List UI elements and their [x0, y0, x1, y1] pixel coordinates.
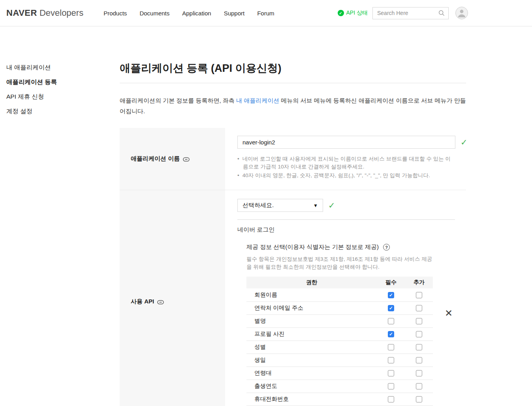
search-input[interactable] — [377, 10, 438, 16]
valid-check-icon: ✓ — [461, 138, 468, 146]
required-checkbox[interactable] — [388, 318, 394, 324]
col-permission: 권한 — [246, 277, 377, 288]
required-checkbox[interactable] — [388, 305, 394, 311]
permission-name: 프로필 사진 — [246, 327, 377, 341]
api-select-value: 선택하세요. — [243, 202, 274, 209]
main-content: 애플리케이션 등록 (API 이용신청) 애플리케이션의 기본 정보를 등록하면… — [120, 26, 466, 406]
help-icon[interactable]: ? — [383, 244, 390, 251]
required-checkbox[interactable] — [388, 344, 394, 350]
permission-row: 회원이름 — [246, 288, 433, 301]
permissions-header-row: 권한 필수 추가 — [246, 277, 433, 288]
app-name-content: ✓ 네이버 로그인할 때 사용자에게 표시되는 이름이므로 서비스 브랜드를 대… — [225, 128, 468, 190]
permission-row: 프로필 사진 — [246, 327, 433, 341]
additional-checkbox[interactable] — [416, 292, 422, 298]
selected-api-name: 네이버 로그인 — [237, 226, 466, 234]
link-icon — [157, 300, 164, 305]
permission-name: 연령대 — [246, 367, 377, 380]
api-status-link[interactable]: ✓ API 상태 — [338, 9, 368, 17]
permission-name: 휴대전화번호 — [246, 393, 377, 406]
additional-checkbox[interactable] — [416, 305, 422, 311]
required-checkbox[interactable] — [388, 331, 394, 337]
additional-checkbox[interactable] — [416, 344, 422, 350]
required-checkbox[interactable] — [388, 357, 394, 363]
permission-row: 별명 — [246, 314, 433, 327]
intro-before: 애플리케이션의 기본 정보를 등록하면, 좌측 — [120, 97, 236, 104]
app-name-row: 애플리케이션 이름 ✓ — [120, 128, 466, 190]
page-title: 애플리케이션 등록 (API 이용신청) — [120, 61, 466, 83]
provide-info-section: 제공 정보 선택(이용자 식별자는 기본 정보로 제공) ? 필수 항목은 개인… — [246, 243, 466, 406]
status-check-icon: ✓ — [338, 10, 344, 16]
registration-form: 애플리케이션 이름 ✓ — [120, 128, 466, 406]
sidebar-item[interactable]: 계정 설정 — [6, 107, 120, 115]
provide-info-title: 제공 정보 선택(이용자 식별자는 기본 정보로 제공) — [246, 243, 379, 251]
logo-suffix: Developers — [39, 8, 83, 18]
nav-item[interactable]: Support — [224, 10, 245, 17]
nav-item[interactable]: Documents — [139, 10, 169, 17]
required-checkbox[interactable] — [388, 292, 394, 298]
sidebar-item[interactable]: API 제휴 신청 — [6, 92, 120, 101]
search-icon[interactable] — [438, 10, 445, 16]
permission-name: 성별 — [246, 341, 377, 354]
required-checkbox[interactable] — [388, 370, 394, 376]
col-additional: 추가 — [405, 277, 433, 288]
avatar[interactable] — [455, 7, 468, 19]
hint-text: 네이버 로그인할 때 사용자에게 표시되는 이름이므로 서비스 브랜드를 대표할… — [237, 155, 455, 171]
provide-info-desc: 필수 항목은 개인정보보호법 제3조 제1항, 제16조 제1항 등에 따라 서… — [246, 255, 433, 271]
sidebar-item[interactable]: 내 애플리케이션 — [6, 63, 120, 71]
sidebar: 내 애플리케이션 애플리케이션 등록 API 제휴 신청 계정 설정 — [6, 26, 120, 406]
required-checkbox[interactable] — [388, 396, 394, 402]
additional-checkbox[interactable] — [416, 318, 422, 324]
permission-row: 생일 — [246, 354, 433, 367]
naver-developers-logo[interactable]: NAVER Developers — [6, 8, 83, 18]
additional-checkbox[interactable] — [416, 383, 422, 389]
sidebar-item[interactable]: 애플리케이션 등록 — [6, 78, 120, 86]
remove-api-button[interactable]: ✕ — [445, 309, 453, 318]
permission-row: 출생연도 — [246, 380, 433, 393]
api-status-label: API 상태 — [346, 9, 368, 17]
logo-brand: NAVER — [6, 8, 37, 18]
required-checkbox[interactable] — [388, 383, 394, 389]
additional-checkbox[interactable] — [416, 396, 422, 402]
top-header: NAVER Developers Products Documents Appl… — [0, 0, 532, 26]
col-required: 필수 — [377, 277, 405, 288]
nav-item[interactable]: Application — [182, 10, 211, 17]
chevron-down-icon: ▼ — [313, 203, 318, 208]
my-apps-link[interactable]: 내 애플리케이션 — [236, 97, 279, 104]
permission-name: 생일 — [246, 354, 377, 367]
permission-row: 성별 — [246, 341, 433, 354]
permission-name: 출생연도 — [246, 380, 377, 393]
page-body: 내 애플리케이션 애플리케이션 등록 API 제휴 신청 계정 설정 애플리케이… — [0, 26, 532, 406]
valid-check-icon: ✓ — [328, 201, 335, 210]
hint-text: 40자 이내의 영문, 한글, 숫자, 공백문자, 쉼표(,), "/", "-… — [237, 172, 455, 180]
permission-row: 연락처 이메일 주소 — [246, 301, 433, 314]
app-name-label-cell: 애플리케이션 이름 — [120, 128, 225, 190]
api-select[interactable]: 선택하세요. ▼ — [237, 199, 323, 212]
app-name-input[interactable] — [237, 136, 455, 149]
intro-text: 애플리케이션의 기본 정보를 등록하면, 좌측 내 애플리케이션 메뉴의 서브 … — [120, 95, 466, 116]
additional-checkbox[interactable] — [416, 370, 422, 376]
permission-row: 연령대 — [246, 367, 433, 380]
use-api-label: 사용 API — [131, 298, 154, 305]
divider — [237, 219, 455, 220]
use-api-row: 사용 API 선택하세요. ▼ — [120, 190, 466, 406]
search-box — [372, 7, 449, 19]
permission-name: 연락처 이메일 주소 — [246, 301, 377, 314]
link-icon — [183, 157, 190, 162]
permission-name: 회원이름 — [246, 288, 377, 301]
use-api-content: 선택하세요. ▼ ✓ 네이버 로그인 제공 정보 선택(이용자 식별자는 기본 … — [225, 190, 466, 406]
additional-checkbox[interactable] — [416, 357, 422, 363]
permission-name: 별명 — [246, 314, 377, 327]
person-icon — [456, 7, 468, 19]
use-api-label-cell: 사용 API — [120, 190, 225, 406]
header-right: ✓ API 상태 — [338, 7, 468, 19]
app-name-label: 애플리케이션 이름 — [131, 155, 180, 163]
app-name-hints: 네이버 로그인할 때 사용자에게 표시되는 이름이므로 서비스 브랜드를 대표할… — [237, 155, 455, 180]
main-nav: Products Documents Application Support F… — [103, 10, 274, 17]
nav-item[interactable]: Products — [103, 10, 127, 17]
permissions-table: 권한 필수 추가 회원이름 — [246, 277, 433, 406]
nav-item[interactable]: Forum — [257, 10, 274, 17]
permission-row: 휴대전화번호 — [246, 393, 433, 406]
additional-checkbox[interactable] — [416, 331, 422, 337]
